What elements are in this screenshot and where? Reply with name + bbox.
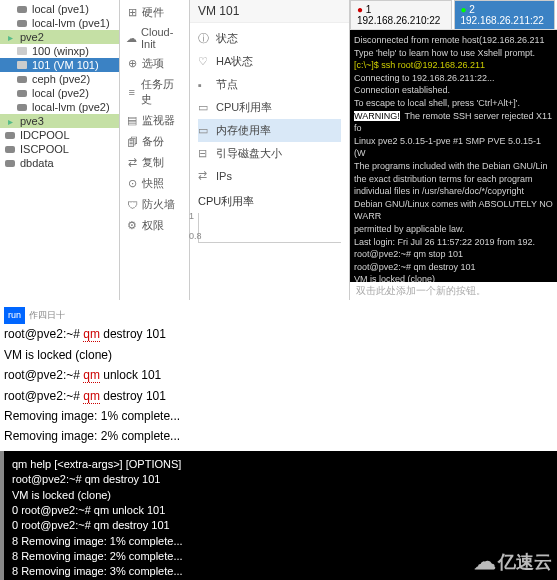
status-label: CPU利用率 (216, 100, 272, 115)
term-line: the exact distribution terms for each pr… (354, 173, 553, 186)
disk-icon (16, 17, 28, 29)
status-label: IPs (216, 170, 232, 182)
status-row: ⓘ状态 (198, 27, 341, 50)
menu-icon: ⊕ (126, 58, 138, 70)
tree-item-label: 100 (winxp) (32, 45, 89, 57)
term-line: individual files in /usr/share/doc/*/cop… (354, 185, 553, 198)
tree-item[interactable]: local (pve1) (0, 2, 119, 16)
terminal-tabs: ● 1 192.168.26.210:22● 2 192.168.26.211:… (350, 0, 557, 30)
disk-icon (4, 143, 16, 155)
ssh-terminal-panel: ● 1 192.168.26.210:22● 2 192.168.26.211:… (350, 0, 557, 300)
menu-icon: ≡ (126, 86, 137, 98)
menu-label: 快照 (142, 176, 164, 191)
term-line: Connecting to 192.168.26.211:22... (354, 72, 553, 85)
tree-item-label: dbdata (20, 157, 54, 169)
chart-tick: 1 (189, 211, 194, 221)
status-label: 引导磁盘大小 (216, 146, 282, 161)
tree-item[interactable]: ▸pve2 (0, 30, 119, 44)
term-line: Last login: Fri Jul 26 11:57:22 2019 fro… (354, 236, 553, 249)
vm-icon (16, 45, 28, 57)
term-line: 0 root@pve2:~# qm destroy 101 (12, 518, 549, 533)
menu-label: 选项 (142, 56, 164, 71)
term-line: 0 root@pve2:~# qm unlock 101 (12, 503, 549, 518)
tree-item-label: local (pve2) (32, 87, 89, 99)
menu-icon: ☁ (126, 32, 137, 44)
tree-item-label: local (pve1) (32, 3, 89, 15)
status-icon: ⓘ (198, 31, 210, 46)
menu-item[interactable]: ⊞硬件 (120, 2, 189, 23)
term-line: Type 'help' to learn how to use Xshell p… (354, 47, 553, 60)
tree-item[interactable]: local-lvm (pve1) (0, 16, 119, 30)
tree-item[interactable]: ▸pve3 (0, 114, 119, 128)
menu-item[interactable]: 🗐备份 (120, 131, 189, 152)
menu-item[interactable]: ⚙权限 (120, 215, 189, 236)
chart-area: 1 0.8 (198, 213, 341, 243)
menu-item[interactable]: ⊕选项 (120, 53, 189, 74)
tree-item-label: 101 (VM 101) (32, 59, 99, 71)
menu-label: 权限 (142, 218, 164, 233)
menu-icon: ⊙ (126, 178, 138, 190)
term-line: 8 Removing image: 3% complete... (12, 564, 549, 579)
term-line: root@pve2:~# qm destroy 101 (12, 472, 549, 487)
bash-line: Removing image: 2% complete... (4, 426, 553, 446)
menu-label: 硬件 (142, 5, 164, 20)
term-line: root@pve2:~# qm stop 101 (354, 248, 553, 261)
term-line: [c:\~]$ ssh root@192.168.26.211 (354, 59, 553, 72)
vm-icon (16, 59, 28, 71)
status-icon: ▭ (198, 124, 210, 137)
tree-item[interactable]: 100 (winxp) (0, 44, 119, 58)
tree-item[interactable]: ISCPOOL (0, 142, 119, 156)
menu-item[interactable]: ▤监视器 (120, 110, 189, 131)
disk-icon (4, 129, 16, 141)
status-row: ▭内存使用率 (198, 119, 341, 142)
status-row: ▪节点 (198, 73, 341, 96)
status-row: ⊟引导磁盘大小 (198, 142, 341, 165)
node-icon: ▸ (4, 115, 16, 127)
status-row: ⇄IPs (198, 165, 341, 186)
cpu-chart: CPU利用率 1 0.8 (190, 190, 349, 247)
menu-label: 防火墙 (142, 197, 175, 212)
term-line: To escape to local shell, press 'Ctrl+Al… (354, 97, 553, 110)
tree-item[interactable]: IDCPOOL (0, 128, 119, 142)
menu-icon: ⇄ (126, 157, 138, 169)
terminal-footer: 双击此处添加一个新的按钮。 (350, 282, 557, 300)
menu-item[interactable]: 🛡防火墙 (120, 194, 189, 215)
menu-icon: 🗐 (126, 136, 138, 148)
tab-active[interactable]: ● 2 192.168.26.211:22 (454, 0, 556, 29)
bash-line: root@pve2:~# qm destroy 101 (4, 324, 553, 344)
status-label: 节点 (216, 77, 238, 92)
tree-item[interactable]: local (pve2) (0, 86, 119, 100)
status-icon: ♡ (198, 55, 210, 68)
menu-item[interactable]: ⇄复制 (120, 152, 189, 173)
chart-tick: 0.8 (189, 231, 202, 241)
term-line: The programs included with the Debian GN… (354, 160, 553, 173)
term-line: root@pve2:~# qm destroy 101 (354, 261, 553, 274)
menu-item[interactable]: ☁Cloud-Init (120, 23, 189, 53)
menu-item[interactable]: ⊙快照 (120, 173, 189, 194)
disk-icon (4, 157, 16, 169)
tree-item-selected[interactable]: 101 (VM 101) (0, 58, 119, 72)
disk-icon (16, 3, 28, 15)
tree-item[interactable]: dbdata (0, 156, 119, 170)
status-label: 内存使用率 (216, 123, 271, 138)
tree-item-label: ceph (pve2) (32, 73, 90, 85)
tree-item-label: pve2 (20, 31, 44, 43)
tab[interactable]: ● 1 192.168.26.210:22 (350, 0, 452, 29)
tree-item[interactable]: local-lvm (pve2) (0, 100, 119, 114)
tree-item-label: IDCPOOL (20, 129, 70, 141)
status-icon: ▪ (198, 79, 210, 91)
term-line: qm help [<extra-args>] [OPTIONS] (12, 457, 549, 472)
tree-item-label: local-lvm (pve2) (32, 101, 110, 113)
menu-item[interactable]: ≡任务历史 (120, 74, 189, 110)
term-line: VM is locked (clone) (354, 273, 553, 282)
bash-line: root@pve2:~# qm destroy 101 (4, 386, 553, 406)
watermark-text: 亿速云 (498, 550, 552, 574)
status-label: HA状态 (216, 54, 253, 69)
status-icon: ⇄ (198, 169, 210, 182)
status-row: ▭CPU利用率 (198, 96, 341, 119)
term-line: Disconnected from remote host(192.168.26… (354, 34, 553, 47)
tree-item[interactable]: ceph (pve2) (0, 72, 119, 86)
menu-icon: ⚙ (126, 220, 138, 232)
cloud-icon: ☁ (474, 549, 496, 575)
ssh-terminal[interactable]: Disconnected from remote host(192.168.26… (350, 30, 557, 282)
